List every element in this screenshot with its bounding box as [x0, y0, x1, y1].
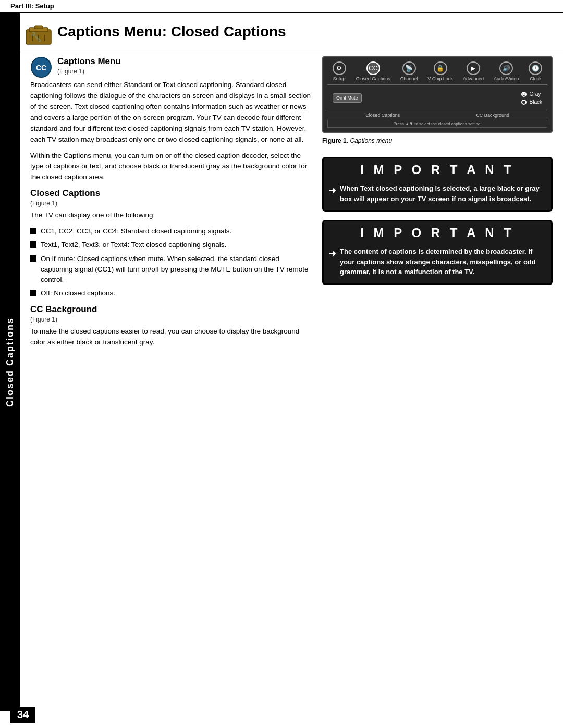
- top-bar: Part III: Setup: [0, 0, 563, 13]
- vchip-icon: 🔒: [434, 61, 447, 75]
- page-title-bar: 🔧 Captions Menu: Closed Captions: [20, 13, 563, 51]
- list-item: On if mute: Closed captions when mute. W…: [30, 254, 312, 286]
- title-icon: 🔧: [25, 18, 52, 45]
- radio-black: [521, 100, 527, 105]
- svg-text:🔧: 🔧: [30, 31, 42, 43]
- figure-caption-text: Captions menu: [350, 137, 392, 144]
- important-header-text-1: I M P O R T A N T: [329, 163, 546, 177]
- menu-instruction: Press ▲▼ to select the closed captions s…: [327, 120, 547, 128]
- option-gray: Gray: [521, 91, 542, 97]
- radio-gray: [521, 92, 527, 97]
- list-item: Off: No closed captions.: [30, 288, 312, 299]
- cc-background-body: To make the closed captions easier to re…: [30, 326, 312, 348]
- section-label-cc: Closed Captions: [365, 113, 400, 118]
- menu-icon-label: Clock: [530, 76, 542, 81]
- advanced-icon: ▶: [467, 61, 480, 75]
- closed-captions-heading: Closed Captions: [30, 188, 312, 199]
- closed-captions-section: Closed Captions (Figure 1) The TV can di…: [30, 188, 312, 299]
- menu-icon-audiovideo: 🔊 Audio/Video: [494, 61, 519, 81]
- setup-icon: ⚙: [333, 61, 346, 75]
- captions-menu-body1: Broadcasters can send either Standard or…: [30, 80, 312, 145]
- arrow-icon-1: ➜: [329, 184, 336, 197]
- audiovideo-icon: 🔊: [499, 61, 513, 75]
- figure-caption-label: Figure 1.: [322, 137, 348, 144]
- captions-menu-figure-ref: (Figure 1): [57, 68, 121, 75]
- menu-body: On if Mute Gray Black: [327, 88, 547, 108]
- right-column: ⚙ Setup CC Closed Captions 📡 Channel: [322, 56, 553, 353]
- menu-icon-label: V-Chip Lock: [427, 76, 453, 81]
- important-body-2: ➜ The content of captions is determined …: [324, 242, 551, 283]
- menu-icon-label: Audio/Video: [494, 76, 519, 81]
- option-gray-label: Gray: [530, 91, 541, 97]
- bullet-icon: [30, 255, 36, 262]
- captions-menu-body2: Within the Captions menu, you can turn o…: [30, 151, 312, 183]
- cc-background-section: CC Background (Figure 1) To make the clo…: [30, 304, 312, 348]
- menu-icon-channel: 📡 Channel: [400, 61, 418, 81]
- closed-captions-list: CC1, CC2, CC3, or CC4: Standard closed c…: [30, 226, 312, 299]
- bullet-text: Off: No closed captions.: [41, 288, 115, 299]
- captions-menu-heading: Captions Menu: [57, 56, 121, 67]
- menu-screenshot-container: ⚙ Setup CC Closed Captions 📡 Channel: [322, 56, 553, 149]
- bullet-text: CC1, CC2, CC3, or CC4: Standard closed c…: [41, 226, 231, 237]
- bullet-text: Text1, Text2, Text3, or Text4: Text clos…: [41, 240, 226, 250]
- menu-icon-label: Channel: [400, 76, 418, 81]
- bullet-icon: [30, 241, 36, 248]
- menu-screenshot: ⚙ Setup CC Closed Captions 📡 Channel: [322, 56, 553, 133]
- content-area: 🔧 Captions Menu: Closed Captions CC: [20, 13, 563, 711]
- closed-captions-icon: CC: [366, 61, 380, 75]
- bullet-icon: [30, 290, 36, 296]
- important-box-2: I M P O R T A N T ➜ The content of capti…: [322, 220, 553, 285]
- clock-icon: 🕐: [529, 61, 542, 75]
- closed-captions-intro: The TV can display one of the following:: [30, 210, 312, 221]
- list-item: Text1, Text2, Text3, or Text4: Text clos…: [30, 240, 312, 250]
- menu-icon-label: Setup: [333, 76, 346, 81]
- page-number-bar: 34: [0, 701, 563, 728]
- closed-captions-figure-ref: (Figure 1): [30, 200, 312, 207]
- menu-icon-bar: ⚙ Setup CC Closed Captions 📡 Channel: [327, 61, 547, 85]
- important-box-1: I M P O R T A N T ➜ When Text closed cap…: [322, 157, 553, 212]
- menu-icon-advanced: ▶ Advanced: [463, 61, 484, 81]
- list-item: CC1, CC2, CC3, or CC4: Standard closed c…: [30, 226, 312, 237]
- section-label-ccbg: CC Background: [476, 113, 509, 118]
- channel-icon: 📡: [402, 61, 416, 75]
- menu-icon-closed-captions: CC Closed Captions: [356, 61, 390, 81]
- side-tab-label: Closed Captions: [5, 317, 16, 407]
- important-text-2: The content of captions is determined by…: [340, 246, 544, 277]
- menu-icon-setup: ⚙ Setup: [333, 61, 346, 81]
- important-header-1: I M P O R T A N T: [324, 158, 551, 179]
- menu-section-labels: Closed Captions CC Background: [327, 110, 547, 118]
- menu-icon-label: Advanced: [463, 76, 484, 81]
- figure-caption: Figure 1. Captions menu: [322, 137, 553, 144]
- cc-background-figure-ref: (Figure 1): [30, 316, 312, 323]
- left-column: CC Captions Menu (Figure 1) Broadcasters…: [30, 56, 312, 353]
- page-title: Captions Menu: Closed Captions: [57, 23, 286, 40]
- page-number: 34: [10, 707, 35, 723]
- option-black-label: Black: [530, 99, 542, 105]
- captions-menu-section: CC Captions Menu (Figure 1) Broadcasters…: [30, 56, 312, 183]
- bullet-icon: [30, 228, 36, 234]
- svg-text:CC: CC: [36, 64, 46, 72]
- cc-background-heading: CC Background: [30, 304, 312, 315]
- menu-icon-vchip: 🔒 V-Chip Lock: [427, 61, 453, 81]
- menu-icon-clock: 🕐 Clock: [529, 61, 542, 81]
- important-body-1: ➜ When Text closed captioning is selecte…: [324, 179, 551, 210]
- cc-icon: CC: [30, 56, 52, 78]
- important-header-2: I M P O R T A N T: [324, 221, 551, 242]
- menu-options: Gray Black: [521, 91, 542, 105]
- top-bar-label: Part III: Setup: [10, 2, 54, 10]
- bullet-text: On if mute: Closed captions when mute. W…: [41, 254, 312, 286]
- important-text-1: When Text closed captioning is selected,…: [340, 183, 544, 204]
- svg-rect-2: [34, 26, 43, 29]
- on-if-mute-button: On if Mute: [333, 93, 362, 103]
- side-tab: Closed Captions: [0, 13, 20, 711]
- option-black: Black: [521, 99, 542, 105]
- important-header-text-2: I M P O R T A N T: [329, 226, 546, 240]
- arrow-icon-2: ➜: [329, 248, 336, 260]
- menu-icon-label: Closed Captions: [356, 76, 390, 81]
- on-if-mute-button-container: On if Mute: [333, 93, 362, 103]
